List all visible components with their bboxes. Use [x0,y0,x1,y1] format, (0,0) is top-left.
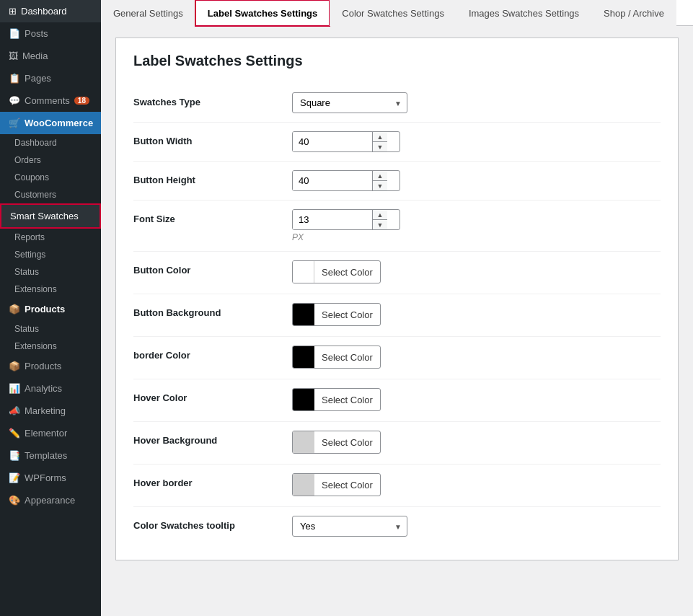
button-height-input[interactable] [293,171,372,190]
sidebar-item-dashboard[interactable]: ⊞ Dashboard [0,0,101,22]
hover-bg-text: Select Color [314,437,380,448]
sidebar-item-woo-reports[interactable]: Reports [0,229,101,246]
button-height-input-wrap: ▲ ▼ [292,170,400,191]
sidebar-item-prod-status[interactable]: Status [0,320,101,338]
button-width-spinners: ▲ ▼ [372,132,387,151]
media-icon: 🖼 [9,50,18,61]
sidebar-item-products2[interactable]: 📦 Products [0,355,101,377]
hover-color-label: Hover Color [133,388,292,403]
comments-icon: 💬 [9,95,20,106]
border-color-control: Select Color [292,346,661,370]
button-height-increment[interactable]: ▲ [373,171,387,181]
button-color-label: Button Color [133,260,292,276]
button-width-input[interactable] [293,132,372,151]
button-width-input-wrap: ▲ ▼ [292,131,400,152]
wpforms-icon: 📝 [9,472,20,483]
hover-bg-label: Hover Background [133,431,292,446]
sidebar-item-prod-extensions[interactable]: Extensions [0,338,101,355]
swatches-type-select-wrap: Square Circle Rounded ▼ [292,92,407,113]
sidebar-item-woo-settings[interactable]: Settings [0,246,101,263]
button-height-decrement[interactable]: ▼ [373,181,387,190]
swatches-type-row: Swatches Type Square Circle Rounded ▼ [133,84,661,123]
products-section-icon: 📦 [9,304,20,314]
hover-color-control: Select Color [292,388,661,413]
sidebar-item-posts[interactable]: 📄 Posts [0,22,101,45]
tabs-bar: General Settings Label Swatches Settings… [101,0,693,26]
font-size-control: ▲ ▼ PX [292,209,661,242]
button-color-swatch [293,261,314,283]
sidebar-item-comments[interactable]: 💬 Comments 18 [0,89,101,112]
sidebar-item-analytics[interactable]: 📊 Analytics [0,377,101,400]
button-color-control: Select Color [292,260,661,285]
button-bg-control: Select Color [292,303,661,327]
hover-border-label: Hover border [133,473,292,488]
sidebar-item-woo-dashboard[interactable]: Dashboard [0,134,101,151]
sidebar-item-woo-orders[interactable]: Orders [0,151,101,169]
hover-border-row: Hover border Select Color [133,465,661,507]
hover-border-control: Select Color [292,473,661,498]
color-tooltip-row: Color Swatches tooltip Yes No ▼ [133,507,661,545]
templates-icon: 📑 [9,450,20,461]
button-height-label: Button Height [133,170,292,185]
button-bg-row: Button Background Select Color [133,294,661,337]
sidebar-item-woo-customers[interactable]: Customers [0,186,101,203]
color-tooltip-select[interactable]: Yes No [292,516,407,537]
color-tooltip-control: Yes No ▼ [292,516,661,537]
swatches-type-select[interactable]: Square Circle Rounded [292,92,407,113]
border-color-picker[interactable]: Select Color [292,346,381,369]
sidebar-item-woo-status[interactable]: Status [0,263,101,281]
button-width-decrement[interactable]: ▼ [373,142,387,151]
button-color-picker[interactable]: Select Color [292,260,381,283]
font-size-label: Font Size [133,209,292,224]
sidebar-item-wpforms[interactable]: 📝 WPForms [0,467,101,489]
tab-images[interactable]: Images Swatches Settings [456,0,591,26]
sidebar-item-appearance[interactable]: 🎨 Appearance [0,489,101,511]
tab-general[interactable]: General Settings [101,0,195,26]
tab-color[interactable]: Color Swatches Settings [330,0,456,26]
sidebar-item-elementor[interactable]: ✏️ Elementor [0,422,101,444]
hover-bg-row: Hover Background Select Color [133,422,661,465]
sidebar-item-products-section[interactable]: 📦 Products [0,298,101,320]
button-bg-swatch [293,304,314,325]
sidebar-item-smart-swatches[interactable]: Smart Swatches [0,203,101,229]
border-color-label: border Color [133,346,292,361]
font-size-input-wrap: ▲ ▼ [292,209,400,230]
button-width-row: Button Width ▲ ▼ [133,123,661,162]
tab-shop[interactable]: Shop / Archive [591,0,676,26]
analytics-icon: 📊 [9,383,20,394]
sidebar-item-woo-extensions[interactable]: Extensions [0,281,101,298]
sidebar: ⊞ Dashboard 📄 Posts 🖼 Media 📋 Pages 💬 Co… [0,0,101,616]
font-size-input[interactable] [293,210,372,229]
button-height-row: Button Height ▲ ▼ [133,162,661,201]
main-content: General Settings Label Swatches Settings… [101,0,693,616]
border-color-text: Select Color [314,352,380,363]
font-size-row: Font Size ▲ ▼ PX [133,201,661,252]
hover-bg-swatch [293,431,314,453]
button-width-control: ▲ ▼ [292,131,661,152]
hover-color-text: Select Color [314,395,380,405]
sidebar-item-woocommerce[interactable]: 🛒 WooCommerce [0,112,101,134]
sidebar-item-woo-coupons[interactable]: Coupons [0,169,101,186]
hover-border-picker[interactable]: Select Color [292,473,381,496]
hover-bg-picker[interactable]: Select Color [292,431,381,454]
page-title: Label Swatches Settings [133,53,661,69]
sidebar-item-marketing[interactable]: 📣 Marketing [0,400,101,422]
button-width-increment[interactable]: ▲ [373,132,387,142]
button-color-text: Select Color [314,267,380,278]
font-size-increment[interactable]: ▲ [373,210,387,220]
tab-label[interactable]: Label Swatches Settings [195,0,330,26]
marketing-icon: 📣 [9,405,20,416]
font-size-spinners: ▲ ▼ [372,210,387,229]
sidebar-item-pages[interactable]: 📋 Pages [0,67,101,89]
sidebar-item-media[interactable]: 🖼 Media [0,45,101,67]
hover-bg-control: Select Color [292,431,661,455]
swatches-type-control: Square Circle Rounded ▼ [292,92,661,113]
font-size-decrement[interactable]: ▼ [373,220,387,229]
border-color-swatch [293,346,314,368]
button-width-label: Button Width [133,131,292,146]
button-bg-picker[interactable]: Select Color [292,303,381,326]
sidebar-item-templates[interactable]: 📑 Templates [0,444,101,467]
font-size-hint: PX [292,232,661,242]
hover-border-swatch [293,474,314,496]
hover-color-picker[interactable]: Select Color [292,388,381,411]
